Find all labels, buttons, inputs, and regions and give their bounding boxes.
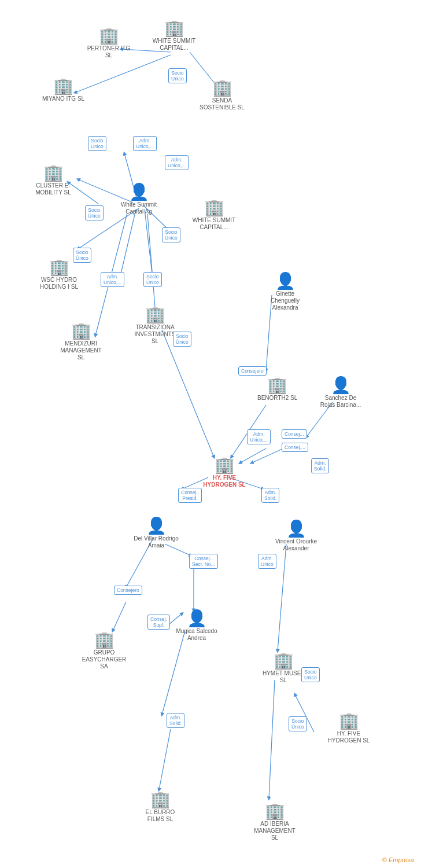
node-grupo-easy: 🏢 GRUPO EASYCHARGER SA <box>81 632 127 670</box>
node-del-villar: 👤 Del Villar Rodrigo Amaia <box>133 518 179 549</box>
person-icon-mugica: 👤 <box>187 610 207 627</box>
building-icon-pertoner: 🏢 <box>99 28 119 44</box>
label-ginette: Ginette Chenguelly Alexandra <box>262 290 308 311</box>
svg-line-26 <box>159 729 171 790</box>
node-pertoner: 🏢 PERTONER ITG SL <box>86 28 132 59</box>
building-icon-wsc2: 🏢 <box>204 200 224 216</box>
building-icon-miyano: 🏢 <box>53 78 73 94</box>
badge-socio-unico-trans: SocioÚnico <box>143 272 162 287</box>
badge-socio-unico-wsc-hydro: SocioÚnico <box>73 248 91 263</box>
label-pertoner: PERTONER ITG SL <box>86 45 132 59</box>
copyright: © Empresa <box>382 856 414 863</box>
badge-adm-solid-el-burro: Adm.Solid. <box>167 713 184 728</box>
node-benorth2: 🏢 BENORTH2 SL <box>257 377 297 402</box>
node-cluster: 🏢 CLUSTER E-MOBILITY SL <box>30 165 76 196</box>
label-sanchez: Sanchez De Rojas Barcina... <box>317 395 364 409</box>
label-el-burro: EL BURRO FILMS SL <box>137 809 183 823</box>
node-transiziona: 🏢 TRANSIZIONA INVESTMENTS SL <box>132 307 178 345</box>
badge-socio-unico-cluster: SocioÚnico <box>85 205 104 220</box>
building-icon-grupo-easy: 🏢 <box>94 632 115 648</box>
person-icon-del-villar: 👤 <box>146 518 167 534</box>
node-ad-iberia: 🏢 AD IBERIA MANAGEMENT SL <box>252 803 298 841</box>
svg-line-28 <box>269 680 275 799</box>
svg-line-12 <box>162 330 214 457</box>
label-senda: SENDA SOSTENIBLE SL <box>199 97 245 111</box>
label-vincent: Vincent Orourke Alexander <box>273 538 319 552</box>
badge-consej-2: Consej.... <box>282 443 308 452</box>
node-vincent: 👤 Vincent Orourke Alexander <box>273 521 319 552</box>
badge-socio-unico-hymet: SocioÚnico <box>301 667 320 682</box>
node-wsc-hydro: 🏢 WSC HYDRO HOLDING I SL <box>36 259 82 290</box>
label-transiziona: TRANSIZIONA INVESTMENTS SL <box>132 324 178 345</box>
building-icon-benorth2: 🏢 <box>267 377 287 393</box>
badge-socio-unico-2: SocioÚnico <box>88 136 106 151</box>
badge-consejero-benorth2: Consejero <box>238 366 267 376</box>
badge-socio-unico-trans2: SocioÚnico <box>173 332 191 347</box>
label-hy-five-bottom: HY. FIVE HYDROGEN SL <box>326 730 372 744</box>
label-wsc-top: WHITE SUMMIT CAPITAL... <box>151 38 197 52</box>
badge-socio-unico-wsc2: SocioÚnico <box>162 227 180 242</box>
node-mendizuri: 🏢 MENDIZURI MANAGEMENT SL <box>58 323 104 361</box>
building-icon-mendizuri: 🏢 <box>71 323 91 339</box>
svg-line-1 <box>75 55 171 93</box>
label-wsc-ag: White Summit Capital Ag <box>116 201 162 215</box>
label-grupo-easy: GRUPO EASYCHARGER SA <box>81 649 127 670</box>
node-el-burro: 🏢 EL BURRO FILMS SL <box>137 792 183 823</box>
svg-line-24 <box>113 602 126 631</box>
building-icon-senda: 🏢 <box>212 80 232 96</box>
label-miyano: MIYANO ITG SL <box>42 95 84 102</box>
label-del-villar: Del Villar Rodrigo Amaia <box>133 535 179 549</box>
building-icon-el-burro: 🏢 <box>150 792 171 808</box>
label-wsc-hydro: WSC HYDRO HOLDING I SL <box>36 277 82 290</box>
badge-adm-unico-wsc-hydro: Adm.Unico,... <box>101 272 124 287</box>
label-cluster: CLUSTER E-MOBILITY SL <box>30 182 76 196</box>
badge-consej-presid: Consej..Presid. <box>178 488 202 503</box>
node-wsc2: 🏢 WHITE SUMMIT CAPITAL... <box>191 200 237 231</box>
diagram-container: 🏢 PERTONER ITG SL 🏢 WHITE SUMMIT CAPITAL… <box>0 0 421 868</box>
person-icon-sanchez: 👤 <box>331 377 351 393</box>
node-sanchez: 👤 Sanchez De Rojas Barcina... <box>317 377 364 409</box>
badge-adm-unico-vincent: Adm.Unico <box>258 554 276 569</box>
person-icon-ginette: 👤 <box>275 273 296 289</box>
building-icon-wsc-hydro: 🏢 <box>49 259 69 275</box>
node-white-summit-top: 🏢 WHITE SUMMIT CAPITAL... <box>151 20 197 52</box>
node-wsc-ag: 👤 White Summit Capital Ag <box>116 184 162 215</box>
node-ginette: 👤 Ginette Chenguelly Alexandra <box>262 273 308 311</box>
person-icon-wsc-ag: 👤 <box>129 184 149 200</box>
label-mugica: Mugica Salcedo Andrea <box>173 628 220 642</box>
svg-line-23 <box>278 544 286 651</box>
label-hy-five: HY. FIVE HYDROGEN SL <box>201 475 248 488</box>
building-icon-hymet: 🏢 <box>274 653 294 669</box>
building-icon-transiziona: 🏢 <box>145 307 165 323</box>
badge-adm-unico-2: Adm.Unico,... <box>165 155 189 170</box>
node-hy-five: 🏢 HY. FIVE HYDROGEN SL <box>201 457 248 488</box>
building-icon-wsc-top: 🏢 <box>164 20 184 36</box>
badge-consejero-del-villar: Consejero <box>114 586 142 595</box>
badge-adm-unico-benorth2: Adm.Unico,... <box>247 429 271 444</box>
badge-adm-solid-sanchez: Adm.Solid. <box>311 458 329 473</box>
svg-line-25 <box>162 631 185 715</box>
node-hymet: 🏢 HYMET MUSEL SL <box>260 653 306 684</box>
building-icon-ad-iberia: 🏢 <box>265 803 285 819</box>
label-wsc2: WHITE SUMMIT CAPITAL... <box>191 217 237 231</box>
label-ad-iberia: AD IBERIA MANAGEMENT SL <box>252 821 298 841</box>
label-benorth2: BENORTH2 SL <box>257 395 297 402</box>
badge-socio-unico-hy-five-bottom: SocioÚnico <box>289 716 307 731</box>
badge-socio-unico-1: SocioÚnico <box>168 68 187 83</box>
svg-line-15 <box>252 448 283 463</box>
node-hy-five-bottom: 🏢 HY. FIVE HYDROGEN SL <box>326 713 372 744</box>
node-miyano: 🏢 MIYANO ITG SL <box>42 78 84 102</box>
label-mendizuri: MENDIZURI MANAGEMENT SL <box>58 340 104 361</box>
badge-consej-supl: Consej.Supl. <box>147 615 170 630</box>
building-icon-hy-five-bottom: 🏢 <box>339 713 359 729</box>
badge-adm-unico-1: Adm.Unico,... <box>133 136 157 151</box>
badge-consej-1: Consej... <box>282 429 307 439</box>
node-mugica: 👤 Mugica Salcedo Andrea <box>173 610 220 642</box>
person-icon-vincent: 👤 <box>286 521 306 537</box>
badge-adm-solid-hy-five: Adm.Solid. <box>261 488 279 503</box>
building-icon-hy-five: 🏢 <box>215 457 235 473</box>
label-hymet: HYMET MUSEL SL <box>260 670 306 684</box>
badge-consej-secr: Consej..Secr. No... <box>189 554 218 569</box>
node-senda: 🏢 SENDA SOSTENIBLE SL <box>199 80 245 111</box>
building-icon-cluster: 🏢 <box>43 165 64 181</box>
